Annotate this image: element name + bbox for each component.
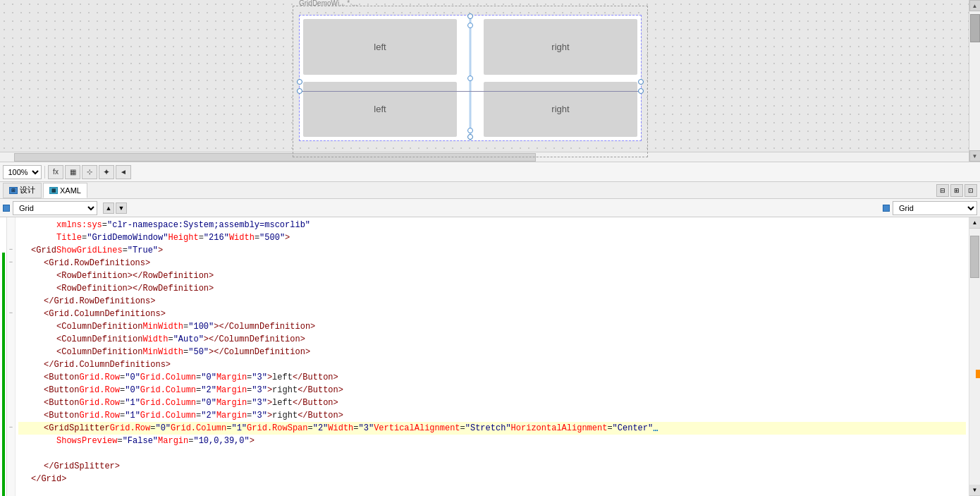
anchor-row-mid-right — [638, 88, 644, 94]
fold-spacer-9 — [7, 357, 15, 370]
split-view-btn-2[interactable]: ⊞ — [950, 184, 963, 197]
code-line-10: <ColumnDefinition Width="Auto" ></Column… — [18, 333, 966, 346]
fold-spacer-1 — [7, 217, 15, 230]
code-line-7: </Grid.RowDefinitions> — [18, 295, 966, 308]
selector-arrows: ▲ ▼ — [103, 202, 127, 214]
editor-scroll-track[interactable] — [969, 229, 980, 485]
anchor-bottom — [467, 134, 473, 140]
fold-spacer-4 — [7, 281, 15, 294]
design-icon: ⊞ — [9, 187, 18, 194]
left-selector-icon — [3, 205, 10, 212]
code-line-15: <Button Grid.Row="1" Grid.Column="0" Mar… — [18, 397, 966, 409]
scroll-up-arrow[interactable]: ▲ — [969, 0, 981, 11]
attr-title: Title — [56, 233, 82, 243]
left-selector[interactable]: Grid — [13, 201, 97, 215]
selector-up-arrow[interactable]: ▲ — [103, 202, 114, 214]
designer-v-scrollbar[interactable]: ▲ ▼ — [969, 0, 980, 162]
fold-spacer-8 — [7, 344, 15, 357]
editor-scrollbar[interactable]: ▲ ▼ — [969, 217, 980, 496]
grid-layout: left right left right — [300, 16, 641, 140]
attr-xmlns: xmlns:sys — [56, 220, 102, 230]
code-line-6: <RowDefinition></RowDefinition> — [18, 282, 966, 295]
fold-spacer-2 — [7, 230, 15, 243]
split-view-btn-1[interactable]: ⊟ — [936, 184, 949, 197]
fold-spacer-6 — [7, 319, 15, 332]
grid-cell-1-0: left — [303, 82, 457, 138]
splitter-handle-mid — [467, 75, 473, 81]
snap-button[interactable]: ⊹ — [82, 165, 97, 179]
code-line-14: <Button Grid.Row="0" Grid.Column="2" Mar… — [18, 384, 966, 397]
fold-spacer-3 — [7, 268, 15, 281]
splitter-handle-bottom — [467, 128, 473, 133]
code-line-18: ShowsPreview="False" Margin="10,0,39,0" … — [18, 435, 966, 447]
code-line-blank — [18, 447, 966, 460]
tab-xaml-label: XAML — [60, 186, 81, 195]
split-view-btn-3[interactable]: ⊡ — [964, 184, 977, 197]
scroll-down-arrow[interactable]: ▼ — [969, 150, 981, 162]
code-line-11: <ColumnDefinition MinWidth="50" ></Colum… — [18, 346, 966, 358]
fold-icon-coldefs[interactable]: − — [7, 306, 15, 319]
fold-spacer-11 — [7, 382, 15, 395]
code-content[interactable]: xmlns:sys="clr-namespace:System;assembly… — [16, 217, 969, 496]
code-line-19: </GridSplitter> — [18, 460, 966, 473]
fold-icon-grid[interactable]: − — [7, 243, 15, 255]
editor-scroll-up[interactable]: ▲ — [969, 217, 980, 229]
code-line-17: <GridSplitter Grid.Row="0" Grid.Column="… — [18, 422, 966, 435]
code-line-20: </Grid> — [18, 473, 966, 485]
selector-down-arrow[interactable]: ▼ — [116, 202, 127, 214]
code-line-1: xmlns:sys="clr-namespace:System;assembly… — [18, 219, 966, 231]
tab-design[interactable]: ⊞ 设计 — [3, 183, 42, 198]
grid-window: GridDemoWi... * ... left right left — [293, 6, 648, 157]
fold-icon-splitter[interactable]: − — [7, 421, 15, 433]
splitter-handle-top — [467, 23, 473, 28]
code-line-13: <Button Grid.Row="0" Grid.Column="0" Mar… — [18, 371, 966, 384]
code-editor: − − − − xmlns:sys="clr-namespace:System;… — [0, 217, 980, 496]
designer-panel: GridDemoWi... * ... left right left — [0, 0, 980, 162]
fold-spacer-13 — [7, 408, 15, 421]
zoom-select[interactable]: 100% — [3, 165, 42, 179]
fold-spacer-7 — [7, 332, 15, 344]
code-line-16: <Button Grid.Row="1" Grid.Column="2" Mar… — [18, 409, 966, 422]
code-line-9: <ColumnDefinition MinWidth="100" ></Colu… — [18, 320, 966, 333]
fold-spacer-12 — [7, 395, 15, 408]
right-selector[interactable]: Grid — [893, 201, 977, 215]
scroll-thumb[interactable] — [970, 14, 980, 42]
anchor-top — [467, 13, 473, 19]
grid-splitter[interactable] — [460, 16, 480, 140]
grid-cell-1-2: right — [484, 82, 637, 138]
tab-xaml[interactable]: ▦ XAML — [43, 183, 87, 198]
code-line-5: <RowDefinition></RowDefinition> — [18, 270, 966, 282]
grid-cell-0-0: left — [303, 19, 457, 75]
collapse-button[interactable]: ◄ — [116, 165, 131, 179]
anchor-row-mid-left — [297, 88, 302, 94]
grid-window-title: GridDemoWi... * ... — [299, 0, 357, 7]
fold-spacer-10 — [7, 370, 15, 382]
editor-scroll-thumb[interactable] — [970, 236, 979, 278]
fx-button[interactable]: fx — [48, 165, 63, 179]
fold-spacer-5 — [7, 294, 15, 306]
anchor-left — [297, 79, 302, 85]
code-line-8: <Grid.ColumnDefinitions> — [18, 308, 966, 320]
fold-gutter: − − − − — [7, 217, 16, 496]
code-line-2: Title="GridDemoWindow" Height="216" Widt… — [18, 231, 966, 244]
anchor-right — [638, 79, 644, 85]
continuation-ellipsis: … — [653, 423, 658, 433]
green-bar-main — [2, 253, 5, 496]
code-line-3: <Grid ShowGridLines="True" > — [18, 244, 966, 257]
toolbar-strip: 100% fx ▦ ⊹ ✦ ◄ — [0, 162, 980, 182]
selector-bar: Grid ▲ ▼ Grid — [0, 199, 980, 217]
fold-icon-rowdefs[interactable]: − — [7, 255, 15, 268]
editor-scroll-down[interactable]: ▼ — [969, 485, 980, 496]
right-selector-icon — [883, 205, 890, 212]
left-margin — [0, 217, 7, 496]
tab-bar: ⊞ 设计 ▦ XAML ⊟ ⊞ ⊡ — [0, 182, 980, 199]
xaml-icon: ▦ — [49, 187, 58, 194]
code-line-4: <Grid.RowDefinitions> — [18, 257, 966, 270]
code-line-12: </Grid.ColumnDefinitions> — [18, 358, 966, 371]
grid-view-button[interactable]: ▦ — [65, 165, 80, 179]
tab-design-label: 设计 — [20, 185, 35, 195]
toolbar-sep-1 — [44, 166, 45, 179]
orange-marker — [976, 370, 980, 378]
grid-cell-0-2: right — [484, 19, 637, 75]
snap-toggle-button[interactable]: ✦ — [99, 165, 114, 179]
